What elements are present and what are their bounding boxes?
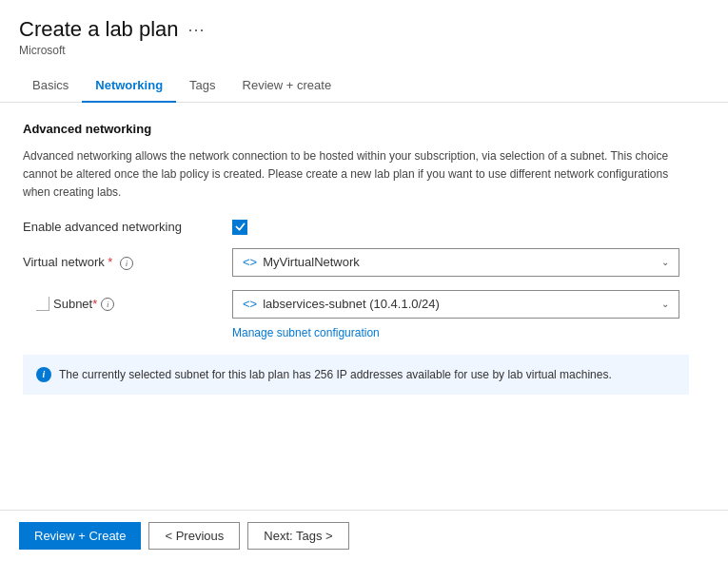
tab-networking[interactable]: Networking <box>82 70 176 102</box>
subnet-value: labservices-subnet (10.4.1.0/24) <box>263 297 440 311</box>
subnet-dropdown[interactable]: <> labservices-subnet (10.4.1.0/24) ⌄ <box>232 290 679 319</box>
virtual-network-label: Virtual network * i <box>23 255 232 270</box>
review-create-button[interactable]: Review + Create <box>19 522 141 550</box>
section-title: Advanced networking <box>23 122 705 136</box>
page-subtitle: Microsoft <box>19 44 709 57</box>
manage-subnet-row: Manage subnet configuration <box>232 322 705 339</box>
enable-networking-label: Enable advanced networking <box>23 220 232 234</box>
info-banner-icon: i <box>36 367 51 382</box>
virtual-network-info-icon[interactable]: i <box>120 257 133 270</box>
next-button[interactable]: Next: Tags > <box>247 522 348 550</box>
network-icon: <> <box>243 255 257 269</box>
subnet-network-icon: <> <box>243 297 257 311</box>
virtual-network-required: * <box>105 255 113 269</box>
subnet-required: * <box>92 297 97 311</box>
tabs-bar: Basics Networking Tags Review + create <box>0 70 728 103</box>
virtual-network-row: Virtual network * i <> MyVirtualNetwork … <box>23 248 705 277</box>
subnet-row: Subnet * i <> labservices-subnet (10.4.1… <box>23 290 705 319</box>
enable-networking-checkbox[interactable] <box>232 220 247 235</box>
subnet-dropdown-arrow: ⌄ <box>661 299 669 309</box>
manage-subnet-link[interactable]: Manage subnet configuration <box>232 326 380 339</box>
virtual-network-dropdown-arrow: ⌄ <box>661 257 669 267</box>
subnet-label: Subnet <box>53 297 92 311</box>
content-area: Advanced networking Advanced networking … <box>0 103 728 510</box>
tab-basics[interactable]: Basics <box>19 70 82 102</box>
tab-review-create[interactable]: Review + create <box>229 70 345 102</box>
virtual-network-value: MyVirtualNetwork <box>263 255 360 269</box>
footer: Review + Create < Previous Next: Tags > <box>0 510 728 561</box>
subnet-info-icon[interactable]: i <box>101 298 114 311</box>
info-banner-text: The currently selected subnet for this l… <box>59 366 612 383</box>
tab-tags[interactable]: Tags <box>176 70 228 102</box>
previous-button[interactable]: < Previous <box>148 522 240 550</box>
enable-networking-row: Enable advanced networking <box>23 220 705 235</box>
page-title: Create a lab plan <box>19 17 179 42</box>
info-banner: i The currently selected subnet for this… <box>23 355 689 395</box>
more-options-icon[interactable]: ··· <box>188 20 206 40</box>
section-description: Advanced networking allows the network c… <box>23 147 689 203</box>
virtual-network-dropdown[interactable]: <> MyVirtualNetwork ⌄ <box>232 248 679 277</box>
